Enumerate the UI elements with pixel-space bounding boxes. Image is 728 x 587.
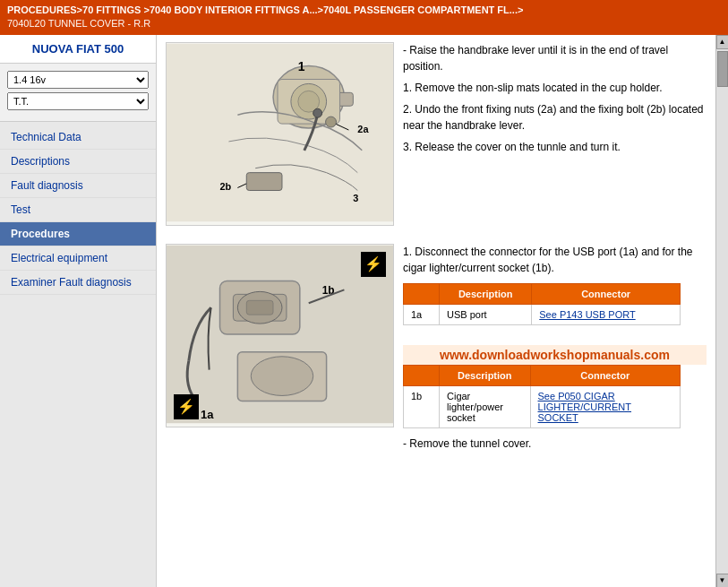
scrollbar: ▲ ▼ (715, 35, 728, 587)
section-1-text: - Raise the handbrake lever until it is … (403, 42, 707, 155)
step-3: 3. Release the cover on the tunnle and t… (403, 139, 707, 155)
engine-select[interactable]: 1.4 16v 1.2 0.9 TwinAir (7, 71, 149, 89)
svg-text:3: 3 (353, 193, 358, 203)
logo-area: NUOVA FIAT 500 (0, 35, 156, 65)
sidebar-item-procedures[interactable]: Procedures (0, 222, 156, 246)
bolt-badge-1a: ⚡ (174, 394, 199, 419)
svg-point-9 (326, 117, 337, 127)
table2-row1-id: 1b (404, 385, 440, 427)
table-usb: Description Connector 1a USB port See P1… (403, 283, 681, 325)
step-2: 2. Undo the front fixing nuts (2a) and t… (403, 101, 707, 134)
scrollbar-up-button[interactable]: ▲ (716, 35, 729, 49)
table1-row1-id: 1a (404, 304, 440, 324)
sidebar-item-electrical-equipment[interactable]: Electrical equipment (0, 246, 156, 271)
svg-rect-19 (246, 300, 273, 315)
sidebar-navigation: Technical Data Descriptions Fault diagno… (0, 122, 156, 295)
table1-header-description: Description (440, 283, 532, 304)
scrollbar-down-button[interactable]: ▼ (716, 574, 729, 587)
section2-intro: 1. Disconnect the connector for the USB … (403, 244, 707, 276)
table1-header-id (404, 283, 440, 304)
sidebar-selects: 1.4 16v 1.2 0.9 TwinAir T.T. M.T. A.T. (0, 64, 156, 122)
table1-header-connector: Connector (532, 283, 681, 304)
diagram-2: 1b ⚡ ⚡ (166, 244, 394, 427)
breadcrumb: PROCEDURES>70 FITTINGS >7040 BODY INTERI… (7, 4, 721, 17)
table-cigar: Description Connector 1b Cigar lighter/p… (403, 365, 681, 428)
section-2: 1b ⚡ ⚡ (166, 244, 707, 457)
diagram-1-svg: 1 2a 2b 3 (167, 43, 393, 222)
svg-text:1: 1 (298, 58, 305, 73)
table2-header-id (404, 365, 440, 385)
diagram-1: 1 2a 2b 3 (166, 42, 394, 226)
diagram-2-svg: 1b (167, 245, 393, 424)
svg-text:2b: 2b (220, 181, 232, 192)
sidebar-item-examiner-fault[interactable]: Examiner Fault diagnosis (0, 271, 156, 295)
transmission-select[interactable]: T.T. M.T. A.T. (7, 92, 149, 110)
table2-header-description: Description (440, 365, 531, 385)
sidebar-item-fault-diagnosis[interactable]: Fault diagnosis (0, 174, 156, 198)
usb-port-link[interactable]: See P143 USB PORT (539, 309, 635, 320)
table-row: 1b Cigar lighter/power socket See P050 C… (404, 385, 681, 427)
main-content: 1 2a 2b 3 (157, 35, 715, 587)
svg-point-14 (313, 108, 322, 117)
cigar-lighter-link[interactable]: See P050 CIGAR LIGHTER/CURRENT SOCKET (538, 391, 632, 423)
header-subtitle: 7040L20 TUNNEL COVER - R.R (7, 17, 721, 30)
svg-point-22 (251, 357, 313, 396)
table-row: 1a USB port See P143 USB PORT (404, 304, 681, 324)
label-1a: 1a (201, 408, 213, 421)
sidebar-item-technical-data[interactable]: Technical Data (0, 125, 156, 150)
header: PROCEDURES>70 FITTINGS >7040 BODY INTERI… (0, 0, 728, 35)
svg-text:2a: 2a (357, 124, 369, 134)
table2-row1-desc: Cigar lighter/power socket (440, 385, 531, 427)
sidebar-item-descriptions[interactable]: Descriptions (0, 150, 156, 174)
section2-diagram-area: 1b ⚡ ⚡ (166, 244, 394, 457)
table2-header-connector: Connector (530, 365, 680, 385)
sidebar: NUOVA FIAT 500 1.4 16v 1.2 0.9 TwinAir T… (0, 35, 157, 587)
svg-rect-12 (246, 172, 282, 190)
watermark: www.downloadworkshopmanuals.com (403, 345, 707, 365)
table2-row1-connector: See P050 CIGAR LIGHTER/CURRENT SOCKET (530, 385, 680, 427)
step-1: 1. Remove the non-slip mats located in t… (403, 80, 707, 96)
scrollbar-thumb[interactable] (717, 51, 728, 87)
table1-row1-connector: See P143 USB PORT (532, 304, 681, 324)
table1-row1-desc: USB port (440, 304, 532, 324)
section2-right: 1. Disconnect the connector for the USB … (403, 244, 707, 457)
app-logo: NUOVA FIAT 500 (7, 42, 149, 56)
section-1: 1 2a 2b 3 (166, 42, 707, 233)
step-raise: - Raise the handbrake lever until it is … (403, 42, 707, 74)
sidebar-item-test[interactable]: Test (0, 198, 156, 222)
bolt-badge-1b: ⚡ (361, 252, 386, 277)
footer-step: - Remove the tunnel cover. (403, 436, 707, 452)
